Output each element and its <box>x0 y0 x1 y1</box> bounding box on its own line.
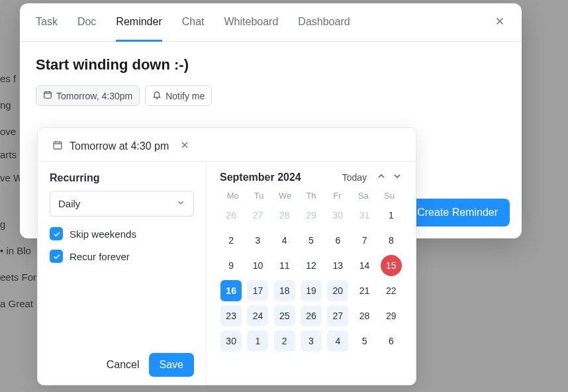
calendar-day[interactable]: 16 <box>220 280 242 301</box>
calendar-day[interactable]: 14 <box>354 255 375 276</box>
calendar-day[interactable]: 17 <box>247 280 268 301</box>
calendar-day[interactable]: 5 <box>301 230 322 251</box>
reminder-title[interactable]: Start winding down :-) <box>36 56 506 74</box>
background-text: eets For <box>0 271 36 283</box>
popover-datetime-text: Tomorrow at 4:30 pm <box>70 140 169 152</box>
calendar-day[interactable]: 2 <box>274 330 295 352</box>
calendar-next-button[interactable] <box>392 171 402 184</box>
datetime-popover: Tomorrow at 4:30 pm Recurring Daily Skip… <box>37 127 416 385</box>
checkbox-checked-icon <box>50 250 63 263</box>
calendar-day[interactable]: 27 <box>247 205 268 226</box>
recur-forever-checkbox[interactable]: Recur forever <box>50 250 194 263</box>
notify-chip[interactable]: Notify me <box>145 85 212 106</box>
calendar-day[interactable]: 4 <box>274 230 295 251</box>
calendar-day[interactable]: 7 <box>354 230 375 251</box>
calendar-icon <box>52 140 63 153</box>
calendar-day[interactable]: 30 <box>220 330 242 352</box>
calendar-day[interactable]: 15 <box>381 255 402 276</box>
calendar-day[interactable]: 25 <box>274 305 295 326</box>
background-text: • in Blo <box>0 245 31 256</box>
modal-tabs: TaskDocReminderChatWhiteboardDashboard <box>20 3 522 42</box>
recurring-select[interactable]: Daily <box>50 191 194 217</box>
calendar-dow: Sa <box>350 191 376 201</box>
calendar-day[interactable]: 5 <box>354 330 375 352</box>
calendar-day[interactable]: 12 <box>301 255 322 276</box>
calendar-day[interactable]: 24 <box>247 305 268 326</box>
calendar-dow: Su <box>377 191 402 201</box>
calendar-day[interactable]: 6 <box>381 330 402 352</box>
calendar-dow: We <box>272 191 298 201</box>
calendar-day[interactable]: 31 <box>354 205 375 226</box>
calendar-dow: Tu <box>246 191 271 201</box>
tab-chat[interactable]: Chat <box>182 4 205 41</box>
create-reminder-button[interactable]: Create Reminder <box>405 199 510 226</box>
bell-icon <box>152 90 162 101</box>
close-icon[interactable] <box>494 15 506 30</box>
calendar-day[interactable]: 27 <box>327 305 348 326</box>
calendar-dow: Fr <box>324 191 350 201</box>
calendar-day[interactable]: 11 <box>274 255 295 276</box>
calendar-day[interactable]: 23 <box>220 305 242 326</box>
calendar-day[interactable]: 30 <box>327 205 348 226</box>
background-text: g <box>0 219 5 230</box>
chevron-down-icon <box>176 198 185 209</box>
calendar-day[interactable]: 26 <box>220 205 242 226</box>
background-text: ng <box>0 99 11 111</box>
tab-doc[interactable]: Doc <box>77 4 96 41</box>
calendar-day[interactable]: 6 <box>327 230 348 251</box>
calendar-day[interactable]: 2 <box>220 230 242 251</box>
recur-forever-label: Recur forever <box>70 251 130 262</box>
calendar-day[interactable]: 10 <box>247 255 268 276</box>
tab-whiteboard[interactable]: Whiteboard <box>224 4 279 41</box>
calendar-day[interactable]: 28 <box>354 305 375 326</box>
calendar-day[interactable]: 29 <box>301 205 322 226</box>
calendar-day[interactable]: 1 <box>381 205 402 226</box>
notify-chip-label: Notify me <box>166 91 205 101</box>
datetime-chip[interactable]: Tomorrow, 4:30pm <box>36 85 140 106</box>
calendar-day[interactable]: 13 <box>327 255 348 276</box>
calendar-day[interactable]: 3 <box>301 330 322 352</box>
skip-weekends-label: Skip weekends <box>70 228 136 240</box>
calendar-day[interactable]: 19 <box>301 280 322 301</box>
recurring-label: Recurring <box>50 172 194 184</box>
save-button[interactable]: Save <box>149 353 194 377</box>
checkbox-checked-icon <box>50 227 63 240</box>
svg-rect-1 <box>54 142 62 149</box>
calendar-day[interactable]: 4 <box>327 330 348 352</box>
calendar-day[interactable]: 28 <box>274 205 295 226</box>
calendar-dow: Mo <box>220 191 246 201</box>
cancel-button[interactable]: Cancel <box>107 359 140 371</box>
calendar-month-label: September 2024 <box>220 172 301 183</box>
calendar-day[interactable]: 9 <box>220 255 242 276</box>
calendar-day[interactable]: 8 <box>381 230 402 251</box>
background-text: arts <box>0 149 17 160</box>
tab-reminder[interactable]: Reminder <box>116 4 162 42</box>
tab-task[interactable]: Task <box>36 4 58 41</box>
skip-weekends-checkbox[interactable]: Skip weekends <box>50 227 194 240</box>
calendar-day[interactable]: 3 <box>247 230 268 251</box>
datetime-chip-label: Tomorrow, 4:30pm <box>56 91 132 101</box>
calendar-today-button[interactable]: Today <box>342 172 367 183</box>
popover-header: Tomorrow at 4:30 pm <box>38 128 416 161</box>
calendar-day[interactable]: 29 <box>381 305 402 326</box>
calendar-day[interactable]: 20 <box>327 280 348 301</box>
recurring-select-value: Daily <box>58 198 80 209</box>
svg-rect-0 <box>44 92 52 98</box>
calendar-pane: September 2024 Today MoTuWeThFrSaSu 2627… <box>207 162 416 385</box>
background-text: ove <box>0 126 16 137</box>
calendar-prev-button[interactable] <box>376 171 387 184</box>
calendar-day[interactable]: 26 <box>301 305 322 326</box>
background-text: a Great <box>0 298 33 309</box>
calendar-day[interactable]: 22 <box>381 280 402 301</box>
calendar-day[interactable]: 1 <box>247 330 268 352</box>
calendar-day[interactable]: 18 <box>274 280 295 301</box>
calendar-day[interactable]: 21 <box>354 280 375 301</box>
background-text: es f <box>0 73 16 84</box>
tab-dashboard[interactable]: Dashboard <box>298 4 350 41</box>
calendar-icon <box>43 90 52 101</box>
calendar-dow: Th <box>298 191 324 201</box>
recurring-pane: Recurring Daily Skip weekends Recur fore… <box>38 162 207 385</box>
clear-datetime-icon[interactable] <box>179 140 190 153</box>
